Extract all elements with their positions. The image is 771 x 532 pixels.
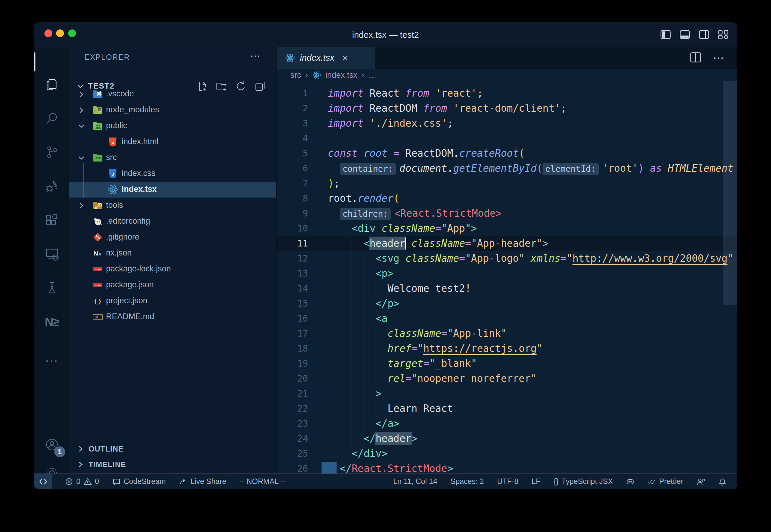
comment-icon [112, 477, 121, 486]
code-line-10[interactable]: 10 <div className="App"> [277, 221, 737, 236]
language-mode[interactable]: {} TypeScript JSX [554, 477, 613, 486]
breadcrumb-src[interactable]: src [290, 71, 301, 80]
tree-item-label: package-lock.json [106, 264, 171, 274]
code-line-9[interactable]: 9 children:<React.StrictMode> [277, 206, 737, 221]
code-line-1[interactable]: 1import React from 'react'; [277, 86, 737, 101]
tab-index-tsx[interactable]: index.tsx × [277, 47, 375, 69]
explorer-more-icon[interactable]: ⋯ [250, 50, 261, 62]
problems-indicator[interactable]: 0 0 [65, 477, 99, 486]
tree-item-index.css[interactable]: 3index.css [69, 166, 276, 182]
vim-mode-indicator[interactable]: -- NORMAL -- [240, 477, 286, 486]
explorer-sidebar: EXPLORER ⋯ TEST2 .vscodeJSnode_modulespu… [69, 47, 277, 473]
tree-item-package-lock.json[interactable]: npmpackage-lock.json [69, 261, 276, 277]
tree-item-README.md[interactable]: M↓README.md [69, 309, 276, 325]
cursor-position[interactable]: Ln 11, Col 14 [393, 477, 437, 486]
split-editor-icon[interactable] [690, 52, 701, 64]
line-number: 14 [277, 281, 308, 296]
tree-item-public[interactable]: public [69, 118, 276, 134]
svg-text:3: 3 [111, 171, 114, 177]
timeline-section[interactable]: TIMELINE [69, 457, 276, 472]
activity-testing-icon[interactable] [34, 273, 69, 303]
tree-item-project.json[interactable]: { }project.json [69, 293, 276, 309]
tree-item-tools[interactable]: tools [69, 198, 276, 213]
tree-item-package.json[interactable]: npmpackage.json [69, 277, 276, 293]
tree-item-src[interactable]: </>src [69, 150, 276, 166]
code-line-20[interactable]: 20 rel="noopener noreferrer" [277, 371, 737, 386]
code-line-5[interactable]: 5const root = ReactDOM.createRoot( [277, 146, 737, 161]
code-line-26[interactable]: 26 </React.StrictMode> [277, 461, 737, 473]
outline-section[interactable]: OUTLINE [69, 441, 276, 457]
activity-extensions-icon[interactable] [34, 205, 69, 235]
breadcrumb-symbol[interactable]: … [368, 71, 376, 80]
copilot-status[interactable] [626, 477, 634, 486]
remote-indicator[interactable] [34, 474, 52, 489]
customize-layout-icon[interactable] [718, 30, 728, 39]
close-tab-icon[interactable]: × [342, 53, 348, 63]
line-content: </div> [328, 446, 388, 461]
code-line-13[interactable]: 13 <p> [277, 266, 737, 281]
tree-item-label: src [106, 153, 117, 162]
code-line-21[interactable]: 21 > [277, 386, 737, 401]
code-line-8[interactable]: 8root.render( [277, 191, 737, 206]
code-line-3[interactable]: 3import './index.css'; [277, 116, 737, 131]
tree-item-.vscode[interactable]: .vscode [69, 86, 276, 102]
code-line-24[interactable]: 24 </header> [277, 431, 737, 446]
code-line-14[interactable]: 14 Welcome test2! [277, 281, 737, 296]
code-line-16[interactable]: 16 <a [277, 311, 737, 326]
activity-source-control-icon[interactable] [34, 137, 69, 167]
activity-explorer-icon[interactable] [34, 69, 69, 99]
line-content: <p> [328, 266, 394, 281]
breadcrumb[interactable]: src › index.tsx › … [277, 69, 737, 81]
toggle-panel-icon[interactable] [680, 30, 690, 39]
tree-item-label: README.md [106, 312, 154, 321]
tree-item-.gitignore[interactable]: .gitignore [69, 229, 276, 245]
line-number: 24 [277, 431, 308, 446]
activity-run-debug-icon[interactable] [34, 171, 69, 201]
tree-item-.editorconfig[interactable]: .editorconfig [69, 213, 276, 229]
activity-search-icon[interactable] [34, 103, 69, 133]
code-line-15[interactable]: 15 </p> [277, 296, 737, 311]
code-line-23[interactable]: 23 </a> [277, 416, 737, 431]
code-line-25[interactable]: 25 </div> [277, 446, 737, 461]
editor-group: index.tsx × ⋯ src › index.tsx › … 1impor… [277, 47, 737, 473]
codestream-status[interactable]: CodeStream [112, 477, 166, 486]
activity-more-icon[interactable]: ⋯ [34, 346, 69, 376]
tree-item-index.tsx[interactable]: index.tsx [69, 182, 276, 198]
line-number: 8 [277, 191, 308, 206]
tree-item-index.html[interactable]: 5index.html [69, 134, 276, 150]
indentation-indicator[interactable]: Spaces: 2 [451, 477, 484, 486]
line-content: </p> [328, 296, 399, 311]
svg-text:npm: npm [95, 268, 101, 271]
code-line-4[interactable]: 4 [277, 131, 737, 146]
eol-indicator[interactable]: LF [532, 477, 540, 486]
code-line-19[interactable]: 19 target="_blank" [277, 356, 737, 371]
activity-remote-explorer-icon[interactable] [34, 239, 69, 269]
code-line-12[interactable]: 12 <svg className="App-logo" xmlns="http… [277, 251, 737, 266]
breadcrumb-file[interactable]: index.tsx [325, 71, 358, 80]
code-line-11[interactable]: 11 <header className="App-header"> [277, 236, 737, 251]
prettier-status[interactable]: Prettier [648, 477, 683, 486]
accounts-icon[interactable]: 1 [34, 430, 69, 460]
toggle-secondary-sidebar-icon[interactable] [699, 30, 709, 39]
tree-item-label: node_modules [106, 105, 159, 114]
badge-count: 1 [54, 446, 65, 457]
notifications-bell-icon[interactable] [718, 477, 727, 486]
feedback-icon[interactable] [697, 477, 705, 486]
toggle-sidebar-icon[interactable] [661, 30, 671, 39]
line-content: Learn React [328, 401, 453, 416]
encoding-indicator[interactable]: UTF-8 [497, 477, 519, 486]
svg-text:npm: npm [95, 284, 101, 287]
editor-more-actions-icon[interactable]: ⋯ [713, 52, 725, 64]
code-line-22[interactable]: 22 Learn React [277, 401, 737, 416]
code-line-17[interactable]: 17 className="App-link" [277, 326, 737, 341]
live-share-status[interactable]: Live Share [179, 477, 226, 486]
activity-nx-console-icon[interactable]: N≥ [34, 307, 69, 337]
tree-item-node_modules[interactable]: JSnode_modules [69, 102, 276, 118]
code-line-18[interactable]: 18 href="https://reactjs.org" [277, 341, 737, 356]
tree-item-nx.json[interactable]: Nxnx.json [69, 245, 276, 261]
code-line-6[interactable]: 6 container:document.getElementById(elem… [277, 161, 737, 176]
code-line-7[interactable]: 7); [277, 176, 737, 191]
code-area[interactable]: 1import React from 'react';2import React… [277, 86, 737, 473]
vertical-scrollbar[interactable] [723, 81, 737, 305]
code-line-2[interactable]: 2import ReactDOM from 'react-dom/client'… [277, 101, 737, 116]
